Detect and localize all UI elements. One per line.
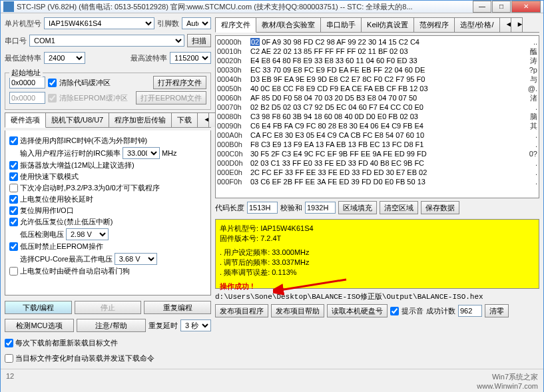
delay-label: 重复延时 [148, 321, 178, 331]
chk-auto-reload[interactable] [5, 339, 13, 347]
maximize-button[interactable]: □ [492, 1, 511, 13]
stop-button: 停止 [75, 301, 142, 314]
chk-tip-sound[interactable] [390, 307, 399, 315]
tab-nav-left-r[interactable]: ◄ [499, 17, 511, 32]
footer-watermark: Win7系统之家 www.Winwin7.com [477, 372, 538, 390]
titlebar-text: STC-ISP (V6.82H) (销售电话: 0513-55012928) 官… [17, 2, 473, 12]
chk-watchdog[interactable] [9, 267, 18, 276]
open-eeprom-button: 打开EEPROM文件 [136, 91, 206, 104]
chk-fast-dl[interactable] [9, 172, 18, 181]
reprogram-button[interactable]: 重复编程 [144, 301, 211, 314]
tab-serial[interactable]: 串口助手 [320, 17, 362, 32]
clear-code-checkbox[interactable] [48, 79, 57, 87]
tab-nav-left[interactable]: ◄ [197, 112, 209, 127]
success-count-label: 成功计数 [426, 306, 455, 316]
clear-area-button[interactable]: 清空区域 [380, 201, 418, 214]
code-len-label: 代码长度 [215, 203, 244, 213]
lvd-volt-label: 低压检测电压 [20, 230, 64, 240]
scan-button[interactable]: 扫描 [187, 34, 211, 47]
clear-code-label: 清除代码缓冲区 [59, 78, 111, 88]
tab-offline[interactable]: 脱机下载/U8/U7 [45, 112, 109, 127]
chk-reset-io[interactable] [9, 206, 18, 215]
checksum-label: 校验和 [280, 203, 302, 213]
svg-line-0 [280, 280, 346, 290]
port-label: 串口号 [5, 36, 27, 46]
file-path: d:\Users\Sone\Desktop\BALANCE-ISO修正版\Out… [215, 292, 539, 301]
cpu-volt-label: 选择CPU-Core最高工作电压 [20, 254, 113, 264]
tab-materials[interactable]: 教材/联合实验室 [256, 17, 321, 32]
hex-view[interactable]: 00000h 02 0F A9 30 98 FD C2 98 AF 99 22 … [215, 35, 539, 198]
tab-examples[interactable]: 范例程序 [413, 17, 455, 32]
publish-program-button[interactable]: 发布项目程序 [215, 304, 268, 317]
success-text: 操作成功 ! [220, 282, 254, 290]
tab-hardware[interactable]: 硬件选项 [5, 112, 46, 128]
tab-program-file[interactable]: 程序文件 [215, 17, 256, 33]
open-code-button[interactable]: 打开程序文件 [153, 76, 206, 89]
detect-mcu-button[interactable]: 检测MCU选项 [5, 319, 74, 332]
status-box: 单片机型号: IAP15W4K61S4 固件版本号: 7.2.4T . 用户设定… [215, 219, 539, 289]
publish-help-button[interactable]: 发布项目帮助 [271, 304, 324, 317]
model-select[interactable]: IAP15W4K61S4 [44, 17, 154, 29]
arrow-icon [273, 278, 353, 298]
cpu-volt-select[interactable]: 3.68 V [115, 253, 157, 265]
chk-cold-boot[interactable] [9, 184, 18, 192]
code-len-value [247, 202, 278, 214]
close-button[interactable]: ✕ [511, 1, 541, 13]
chk-auto-send[interactable] [5, 354, 13, 363]
success-count-value [458, 305, 482, 317]
port-select[interactable]: COM1 [29, 35, 184, 47]
app-icon [3, 1, 14, 12]
footer-left: 12 [6, 372, 14, 390]
left-tabs: 硬件选项 脱机下载/U8/U7 程序加密后传输 下载 ◄ ► [5, 112, 211, 128]
min-baud-label: 最低波特率 [5, 53, 41, 63]
tab-nav-right-r[interactable]: ► [511, 17, 523, 32]
titlebar: STC-ISP (V6.82H) (销售电话: 0513-55012928) 官… [1, 1, 543, 13]
pins-label: 引脚数 [157, 19, 179, 29]
start-addr-label: 起始地址 [9, 68, 43, 78]
help-button[interactable]: 注意/帮助 [77, 319, 146, 332]
pins-select[interactable]: Auto [182, 17, 211, 29]
clear-eeprom-label: 清除EEPROM缓冲区 [59, 93, 128, 103]
download-button[interactable]: 下载/编程 [5, 301, 72, 314]
eeprom-addr-input [9, 92, 45, 104]
irc-freq-label: 输入用户程序运行时的IRC频率 [20, 148, 121, 158]
irc-freq-select[interactable]: 33.000 [123, 147, 160, 159]
lvd-volt-select[interactable]: 2.98 V [66, 228, 109, 240]
delay-select[interactable]: 3 秒 [180, 319, 211, 331]
max-baud-label: 最高波特率 [131, 53, 167, 63]
chk-long-delay[interactable] [9, 195, 18, 204]
checksum-value [305, 202, 336, 214]
save-data-button[interactable]: 保存数据 [421, 201, 459, 214]
code-addr-input[interactable] [9, 77, 45, 89]
chk-lvd-eeprom[interactable] [9, 242, 18, 251]
right-tabs: 程序文件 教材/联合实验室 串口助手 Keil仿真设置 范例程序 选型/价格/ … [215, 17, 539, 33]
clear-zero-button[interactable]: 清零 [485, 304, 509, 317]
min-baud-select[interactable]: 2400 [44, 52, 85, 64]
tab-keil[interactable]: Keil仿真设置 [361, 17, 414, 32]
tab-download[interactable]: 下载 [171, 112, 198, 127]
model-label: 单片机型号 [5, 19, 41, 29]
fill-button[interactable]: 区域填充 [338, 201, 377, 214]
read-disk-button[interactable]: 读取本机硬盘号 [327, 304, 388, 317]
chk-osc-gain[interactable] [9, 161, 18, 170]
chk-lvd-reset[interactable] [9, 218, 18, 226]
clear-eeprom-checkbox [48, 94, 57, 102]
irc-freq-unit: MHz [162, 149, 177, 157]
max-baud-select[interactable]: 115200 [170, 52, 211, 64]
tab-selection[interactable]: 选型/价格/ [454, 17, 499, 32]
chk-use-irc[interactable] [9, 136, 18, 145]
minimize-button[interactable]: — [473, 1, 491, 13]
tab-encrypt[interactable]: 程序加密后传输 [109, 112, 172, 127]
